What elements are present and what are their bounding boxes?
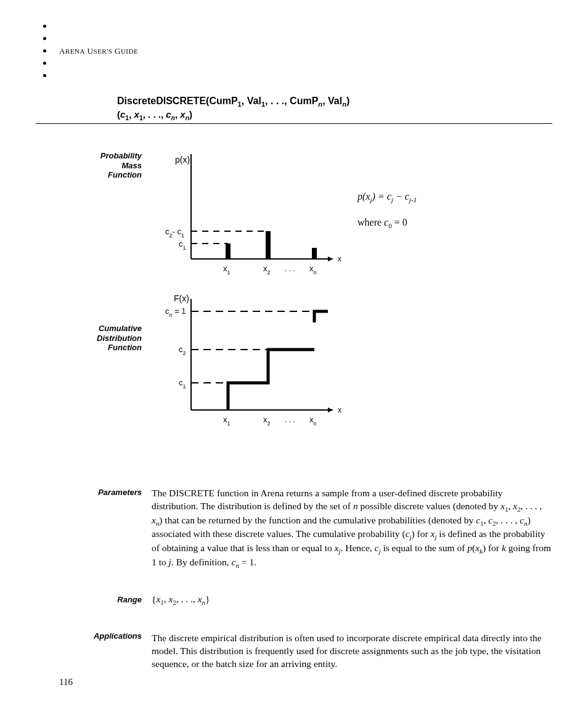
svg-text:xn: xn bbox=[309, 415, 317, 427]
page-number: 116 bbox=[59, 677, 73, 687]
svg-text:p(x): p(x) bbox=[175, 155, 190, 165]
svg-text:c1: c1 bbox=[179, 239, 186, 251]
svg-rect-9 bbox=[226, 244, 231, 259]
svg-marker-2 bbox=[328, 256, 333, 261]
label-range: Range bbox=[68, 595, 142, 605]
pmf-formula-where: where c0 = 0 bbox=[357, 217, 407, 229]
svg-text:. . .: . . . bbox=[285, 416, 295, 424]
svg-rect-11 bbox=[312, 248, 317, 259]
applications-text: The discrete empirical distribution is o… bbox=[152, 632, 551, 671]
svg-text:x: x bbox=[338, 255, 341, 263]
svg-text:c1: c1 bbox=[179, 378, 186, 390]
pmf-formula: p(xj) = cj − cj-1 bbox=[357, 191, 417, 203]
label-cdf: CumulativeDistributionFunction bbox=[68, 324, 142, 353]
svg-text:F(x): F(x) bbox=[174, 293, 189, 303]
svg-text:x2: x2 bbox=[263, 415, 271, 427]
svg-text:c2: c2 bbox=[179, 345, 186, 356]
parameters-text: The DISCRETE function in Arena returns a… bbox=[152, 487, 551, 570]
svg-rect-10 bbox=[266, 231, 271, 259]
section-title: DiscreteDISCRETE(CumP1, Val1, . . ., Cum… bbox=[117, 96, 554, 121]
title-rule bbox=[36, 123, 552, 124]
label-applications: Applications bbox=[68, 631, 142, 641]
margin-bullets bbox=[43, 25, 46, 86]
svg-text:x1: x1 bbox=[223, 264, 231, 276]
svg-text:c2- c1: c2- c1 bbox=[165, 227, 184, 239]
range-text: {x1, x2, . . ., xn} bbox=[152, 593, 551, 607]
svg-marker-18 bbox=[328, 408, 333, 412]
distribution-charts: x p(x) c2- c1 c1 x1 x2 . . . xn x F(x) c… bbox=[160, 151, 345, 447]
svg-text:x1: x1 bbox=[223, 415, 231, 427]
title-line-1: DiscreteDISCRETE(CumP1, Val1, . . ., Cum… bbox=[117, 96, 554, 108]
label-parameters: Parameters bbox=[68, 488, 142, 498]
title-line-2: (c1, x1, . . ., cn, xn) bbox=[117, 109, 554, 121]
running-header: ARENA USER'S GUIDE bbox=[59, 46, 138, 56]
svg-text:cn = 1: cn = 1 bbox=[165, 306, 186, 318]
svg-text:x2: x2 bbox=[263, 264, 271, 276]
svg-text:xn: xn bbox=[309, 264, 317, 276]
svg-text:x: x bbox=[338, 406, 341, 414]
label-pmf: ProbabilityMassFunction bbox=[68, 151, 142, 180]
svg-text:. . .: . . . bbox=[285, 264, 295, 273]
